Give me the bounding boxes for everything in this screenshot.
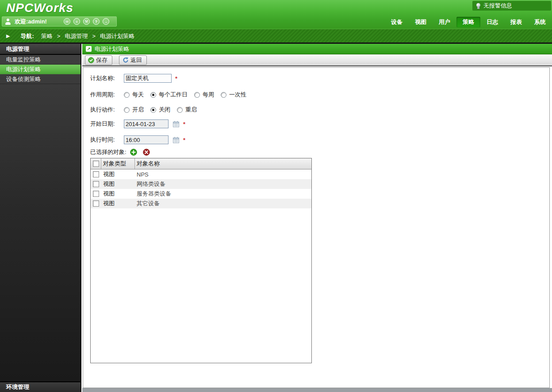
- cycle-option-3[interactable]: 一次性: [221, 91, 246, 99]
- tab-4[interactable]: 日志: [480, 17, 504, 27]
- breadcrumb-item-2[interactable]: 电源计划策略: [100, 32, 134, 40]
- bulb-icon: [476, 3, 480, 9]
- tab-3[interactable]: 策略: [456, 17, 480, 27]
- breadcrumb-arrow-icon: ▶: [6, 33, 10, 39]
- toolbar: 保存 返回: [82, 54, 552, 66]
- action-radio-2[interactable]: [177, 107, 183, 113]
- nav-tabs: 设备视图用户策略日志报表系统: [385, 16, 552, 28]
- cycle-label-1: 每个工作日: [159, 91, 188, 99]
- action-radio-0[interactable]: [124, 107, 130, 113]
- row-checkbox-cell: [91, 171, 101, 177]
- page-title: 电源计划策略: [95, 45, 129, 53]
- sidebar-section-power[interactable]: 电源管理: [0, 44, 80, 55]
- required-mark: *: [183, 121, 185, 127]
- table-row-2[interactable]: 视图服务器类设备: [91, 189, 311, 199]
- action-radio-1[interactable]: [150, 107, 156, 113]
- action-option-2[interactable]: 重启: [177, 106, 197, 114]
- top-header: NPCWorks 无报警信息 欢迎:admin! ✉≡⚒?→ 设备视图用户策略日…: [0, 0, 552, 29]
- alarm-status-box[interactable]: 无报警信息: [472, 1, 551, 11]
- row-name: 网络类设备: [135, 180, 311, 188]
- remove-object-icon[interactable]: [143, 149, 150, 156]
- action-option-1[interactable]: 关闭: [150, 106, 170, 114]
- save-check-icon: [88, 57, 94, 63]
- row-checkbox-cell: [91, 181, 101, 187]
- tab-0[interactable]: 设备: [385, 17, 409, 27]
- exec-time-input[interactable]: [124, 135, 169, 144]
- row-checkbox-cell: [91, 200, 101, 207]
- alarm-status-text: 无报警信息: [483, 2, 512, 10]
- required-mark: *: [183, 137, 185, 143]
- cycle-label-2: 每周: [203, 91, 214, 99]
- action-label-2: 重启: [185, 106, 197, 114]
- breadcrumb-prefix: 导航:: [20, 32, 34, 40]
- table-row-0[interactable]: 视图NPS: [91, 169, 311, 179]
- sidebar-item-0[interactable]: 电量监控策略: [0, 55, 80, 65]
- row-type: 视图: [101, 200, 135, 208]
- back-button-label: 返回: [130, 56, 142, 64]
- row-checkbox-2[interactable]: [93, 191, 99, 197]
- selected-objects-label: 已选择的对象:: [90, 148, 126, 156]
- action-radio-group: 开启关闭重启: [124, 106, 203, 114]
- row-checkbox-0[interactable]: [93, 171, 99, 177]
- tab-5[interactable]: 报表: [504, 17, 528, 27]
- sidebar-item-1[interactable]: 电源计划策略: [0, 65, 80, 74]
- calendar-icon[interactable]: [172, 137, 180, 143]
- required-mark: *: [175, 75, 177, 82]
- row-checkbox-1[interactable]: [93, 181, 99, 187]
- mail-icon[interactable]: ✉: [64, 18, 70, 25]
- footer-strip: [82, 388, 552, 392]
- cycle-label: 作用周期:: [90, 91, 124, 99]
- action-label: 执行动作:: [90, 106, 124, 114]
- tab-2[interactable]: 用户: [433, 17, 456, 27]
- cycle-radio-0[interactable]: [124, 92, 130, 98]
- main-content: ↗ 电源计划策略 保存 返回 计划名称:: [82, 44, 552, 392]
- userbar-icons: ✉≡⚒?→: [64, 18, 109, 25]
- sidebar-item-2[interactable]: 设备侦测策略: [0, 74, 80, 84]
- sidebar-section-environment[interactable]: 环境管理: [0, 381, 80, 392]
- row-type: 视图: [101, 180, 135, 188]
- tools-icon[interactable]: ⚒: [83, 18, 90, 25]
- add-object-icon[interactable]: [130, 149, 137, 156]
- breadcrumb-item-1[interactable]: 电源管理: [65, 32, 88, 40]
- action-option-0[interactable]: 开启: [124, 106, 144, 114]
- exec-time-label: 执行时间:: [90, 136, 124, 144]
- sidebar: 电源管理 电量监控策略电源计划策略设备侦测策略 环境管理: [0, 44, 81, 392]
- user-welcome-bar: 欢迎:admin! ✉≡⚒?→: [2, 16, 117, 27]
- content-titlebar: ↗ 电源计划策略: [82, 44, 552, 54]
- tab-6[interactable]: 系统: [528, 17, 552, 27]
- user-icon: [5, 19, 12, 25]
- cycle-label-3: 一次性: [229, 91, 246, 99]
- list-icon[interactable]: ≡: [73, 18, 80, 25]
- cycle-label-0: 每天: [132, 91, 144, 99]
- plan-name-input[interactable]: [124, 74, 172, 83]
- row-type: 视图: [101, 190, 135, 198]
- select-all-checkbox[interactable]: [93, 161, 99, 167]
- calendar-icon[interactable]: [172, 121, 180, 127]
- cycle-radio-1[interactable]: [150, 92, 156, 98]
- cycle-option-0[interactable]: 每天: [124, 91, 144, 99]
- help-icon[interactable]: ?: [93, 18, 100, 25]
- cycle-radio-2[interactable]: [194, 92, 200, 98]
- row-name: NPS: [135, 171, 311, 178]
- cycle-option-2[interactable]: 每周: [194, 91, 214, 99]
- cycle-radio-3[interactable]: [221, 92, 226, 98]
- start-date-input[interactable]: [124, 119, 169, 128]
- tab-1[interactable]: 视图: [409, 17, 433, 27]
- action-label-1: 关闭: [159, 106, 170, 114]
- back-button[interactable]: 返回: [119, 55, 147, 65]
- breadcrumb: ▶ 导航: 策略>电源管理>电源计划策略: [0, 29, 552, 43]
- table-row-3[interactable]: 视图其它设备: [91, 199, 311, 208]
- breadcrumb-item-0[interactable]: 策略: [41, 32, 53, 40]
- row-name: 服务器类设备: [135, 190, 311, 198]
- plan-name-label: 计划名称:: [90, 74, 124, 82]
- cycle-option-1[interactable]: 每个工作日: [150, 91, 188, 99]
- action-label-0: 开启: [132, 106, 144, 114]
- row-name: 其它设备: [135, 200, 311, 208]
- save-button[interactable]: 保存: [85, 55, 112, 65]
- column-header-type: 对象类型: [101, 158, 135, 169]
- selected-objects-table: 对象类型 对象名称 视图NPS视图网络类设备视图服务器类设备视图其它设备: [90, 158, 312, 363]
- row-checkbox-3[interactable]: [93, 200, 99, 207]
- plan-form: 计划名称: * 作用周期: 每天每个工作日每周一次性 执行动作: 开启关闭重启 …: [83, 67, 550, 388]
- logout-icon[interactable]: →: [103, 18, 109, 25]
- table-row-1[interactable]: 视图网络类设备: [91, 179, 311, 189]
